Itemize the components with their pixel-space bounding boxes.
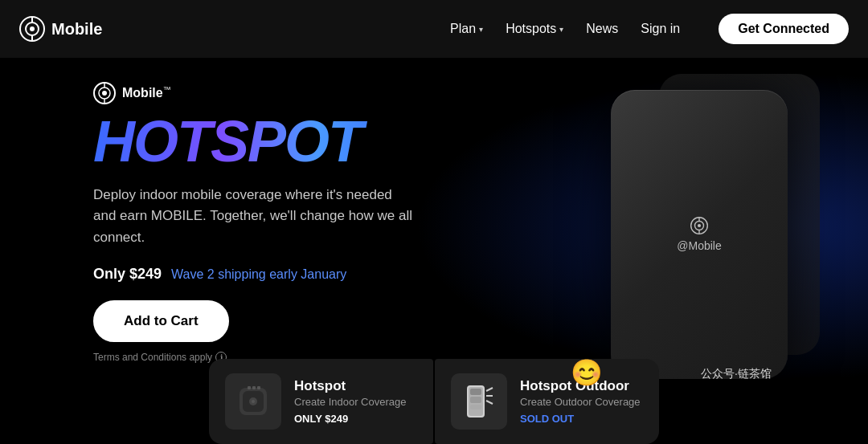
hotspot-indoor-price: ONLY $249	[294, 413, 406, 425]
wave-shipping-text[interactable]: Wave 2 shipping early January	[171, 267, 346, 282]
nav-signin[interactable]: Sign in	[641, 22, 680, 36]
add-to-cart-button[interactable]: Add to Cart	[93, 300, 229, 342]
product-card-hotspot[interactable]: Hotspot Create Indoor Coverage ONLY $249	[209, 359, 433, 444]
nav-plan[interactable]: Plan ▾	[450, 22, 483, 36]
svg-rect-25	[470, 397, 481, 403]
device-logo-text: @Mobile	[677, 239, 721, 252]
hero-description: Deploy indoor mobile coverage where it's…	[93, 185, 415, 248]
hero-price-line: Only $249 Wave 2 shipping early January	[93, 266, 415, 283]
device-front: @Mobile	[611, 90, 788, 379]
hotspots-chevron-icon: ▾	[559, 25, 563, 34]
svg-point-7	[698, 224, 701, 227]
svg-rect-18	[252, 386, 256, 389]
hotspot-outdoor-svg	[459, 381, 499, 422]
svg-rect-17	[248, 386, 251, 389]
hotspot-outdoor-image	[451, 373, 507, 430]
svg-line-27	[486, 388, 493, 391]
nav-hotspots[interactable]: Hotspots ▾	[506, 22, 563, 36]
hero-section: @Mobile Mobile™ HOTSPOT Deploy indoor mo…	[0, 58, 868, 395]
add-to-cart-wrapper: Add to Cart	[93, 300, 415, 352]
svg-point-2	[30, 26, 35, 31]
hero-brand: Mobile™	[93, 82, 415, 104]
hero-content: Mobile™ HOTSPOT Deploy indoor mobile cov…	[93, 82, 415, 363]
hero-brand-label: Mobile™	[122, 85, 171, 100]
hotspot-indoor-name: Hotspot	[294, 378, 406, 394]
logo-icon	[19, 16, 45, 42]
nav-links: Plan ▾ Hotspots ▾ News Sign in Get Conne…	[450, 14, 849, 44]
emoji-overlay: 😊	[571, 357, 603, 388]
hero-price: Only $249	[93, 266, 162, 283]
svg-rect-19	[257, 386, 260, 389]
logo[interactable]: Mobile	[19, 16, 450, 42]
plan-chevron-icon: ▾	[479, 25, 483, 34]
device-visual: @Mobile	[530, 66, 836, 395]
svg-point-12	[102, 91, 107, 96]
svg-rect-26	[470, 405, 481, 409]
hotspot-outdoor-desc: Create Outdoor Coverage	[520, 396, 641, 408]
hero-title: HOTSPOT	[93, 112, 415, 170]
product-card-hotspot-outdoor[interactable]: Hotspot Outdoor Create Outdoor Coverage …	[435, 359, 659, 444]
get-connected-button[interactable]: Get Connected	[719, 14, 849, 44]
hotspot-indoor-info: Hotspot Create Indoor Coverage ONLY $249	[294, 378, 406, 425]
nav-news[interactable]: News	[586, 22, 618, 36]
hotspot-indoor-desc: Create Indoor Coverage	[294, 396, 406, 408]
navigation: Mobile Plan ▾ Hotspots ▾ News Sign in Ge…	[0, 0, 868, 58]
svg-point-21	[252, 400, 255, 403]
wechat-watermark: 公众号·链茶馆	[701, 367, 772, 381]
hotspot-indoor-svg	[233, 381, 273, 422]
svg-line-29	[486, 401, 493, 404]
logo-text: Mobile	[51, 20, 102, 39]
hero-brand-icon	[93, 82, 116, 104]
hotspot-outdoor-price: SOLD OUT	[520, 413, 641, 425]
svg-rect-24	[470, 389, 481, 395]
hotspot-indoor-image	[225, 373, 281, 430]
device-logo-icon	[690, 217, 708, 234]
